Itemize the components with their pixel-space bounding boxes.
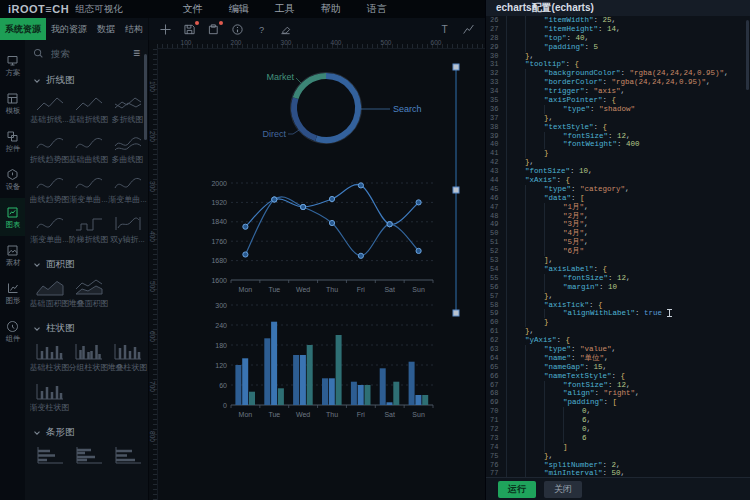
menu-item-3[interactable]: 帮助 xyxy=(321,2,341,16)
help-icon[interactable]: ? xyxy=(255,23,268,36)
library-scrollbar[interactable] xyxy=(144,54,147,140)
section-header-0[interactable]: 折线图 xyxy=(25,66,148,90)
library-item[interactable]: 折线趋势图 xyxy=(30,133,69,165)
bar-chart-widget[interactable]: 060120180240300MonTueWedThuFriSatSun xyxy=(215,302,433,419)
code-line-66[interactable]: 66"nameTextStyle": { xyxy=(486,372,750,381)
activity-item-template[interactable]: 模板 xyxy=(0,84,25,122)
code-line-36[interactable]: 36"type": "shadow" xyxy=(486,105,750,114)
code-line-73[interactable]: 736 xyxy=(486,434,750,443)
selection-handle[interactable] xyxy=(453,187,459,193)
library-item[interactable]: 堆叠面积图 xyxy=(69,277,108,309)
code-line-46[interactable]: 46"data": [ xyxy=(486,194,750,203)
code-line-69[interactable]: 69"padding": [ xyxy=(486,398,750,407)
code-line-44[interactable]: 44"xAxis": { xyxy=(486,176,750,185)
line-chart-widget[interactable]: 160016801760184019202000MonTueWedThuFriS… xyxy=(211,180,433,294)
canvas[interactable]: 100200300400500600 100200300400500600700… xyxy=(148,40,485,500)
code-line-26[interactable]: 26"itemWidth": 25, xyxy=(486,16,750,25)
code-line-39[interactable]: 39"fontSize": 12, xyxy=(486,132,750,141)
editor-scrollbar[interactable] xyxy=(746,20,749,90)
code-line-27[interactable]: 27"itemHeight": 14, xyxy=(486,25,750,34)
tab-0[interactable]: 系统资源 xyxy=(0,18,46,40)
library-item[interactable]: 阶梯折线图 xyxy=(69,213,108,245)
tab-2[interactable]: 数据 xyxy=(92,18,120,40)
tab-1[interactable]: 我的资源 xyxy=(46,18,92,40)
code-line-57[interactable]: 57}, xyxy=(486,292,750,301)
code-line-61[interactable]: 61}, xyxy=(486,327,750,336)
code-line-28[interactable]: 28"top": 40, xyxy=(486,34,750,43)
library-item[interactable]: 多折线图 xyxy=(108,93,147,125)
code-line-74[interactable]: 74] xyxy=(486,443,750,452)
code-line-47[interactable]: 47"1月", xyxy=(486,203,750,212)
library-item[interactable]: 双y轴折... xyxy=(108,213,147,245)
code-line-30[interactable]: 30}, xyxy=(486,52,750,61)
code-line-64[interactable]: 64"name": "单位", xyxy=(486,354,750,363)
library-item[interactable]: 多曲线图 xyxy=(108,133,147,165)
code-line-50[interactable]: 50"4月", xyxy=(486,229,750,238)
library-item[interactable]: 渐变单曲... xyxy=(69,173,108,205)
code-line-72[interactable]: 720, xyxy=(486,425,750,434)
activity-item-component[interactable]: 组件 xyxy=(0,312,25,350)
library-item[interactable]: 曲线趋势图 xyxy=(30,173,69,205)
section-header-2[interactable]: 柱状图 xyxy=(25,314,148,338)
code-line-35[interactable]: 35"axisPointer": { xyxy=(486,96,750,105)
code-line-55[interactable]: 55"fontSize": 12, xyxy=(486,274,750,283)
activity-item-device[interactable]: 设备 xyxy=(0,160,25,198)
code-line-32[interactable]: 32"backgroundColor": "rgba(24,24,24,0.95… xyxy=(486,69,750,78)
code-line-34[interactable]: 34"trigger": "axis", xyxy=(486,87,750,96)
menu-item-0[interactable]: 文件 xyxy=(183,2,203,16)
library-item[interactable]: 基础折线图 xyxy=(69,93,108,125)
code-line-63[interactable]: 63"type": "value", xyxy=(486,345,750,354)
clipboard-icon[interactable] xyxy=(207,23,220,36)
library-item[interactable] xyxy=(108,445,147,467)
code-line-65[interactable]: 65"nameGap": 15, xyxy=(486,363,750,372)
code-line-53[interactable]: 53], xyxy=(486,256,750,265)
menu-item-1[interactable]: 编辑 xyxy=(229,2,249,16)
code-line-60[interactable]: 60} xyxy=(486,318,750,327)
section-header-3[interactable]: 条形图 xyxy=(25,418,148,442)
run-button[interactable]: 运行 xyxy=(498,481,536,498)
plus-icon[interactable] xyxy=(159,23,172,36)
code-line-42[interactable]: 42}, xyxy=(486,158,750,167)
library-item[interactable] xyxy=(30,445,69,467)
code-line-71[interactable]: 716, xyxy=(486,416,750,425)
menu-item-4[interactable]: 语言 xyxy=(367,2,387,16)
code-line-56[interactable]: 56"margin": 10 xyxy=(486,283,750,292)
code-line-67[interactable]: 67"fontSize": 12, xyxy=(486,381,750,390)
info-icon[interactable] xyxy=(231,23,244,36)
library-item[interactable]: 堆叠柱状图 xyxy=(108,341,147,373)
code-line-41[interactable]: 41} xyxy=(486,149,750,158)
activity-item-material[interactable]: 素材 xyxy=(0,236,25,274)
library-item[interactable]: 分组柱状图 xyxy=(69,341,108,373)
code-line-52[interactable]: 52"6月" xyxy=(486,247,750,256)
section-header-1[interactable]: 面积图 xyxy=(25,250,148,274)
code-line-37[interactable]: 37}, xyxy=(486,114,750,123)
activity-item-widget[interactable]: 控件 xyxy=(0,122,25,160)
library-item[interactable]: 渐变单曲... xyxy=(30,213,69,245)
search-input[interactable] xyxy=(49,47,128,60)
menu-item-2[interactable]: 工具 xyxy=(275,2,295,16)
code-editor[interactable]: 26"itemWidth": 25,27"itemHeight": 14,28"… xyxy=(486,16,750,478)
clear-icon[interactable] xyxy=(279,23,292,36)
library-item[interactable]: 基础柱状图 xyxy=(30,341,69,373)
code-line-49[interactable]: 49"3月", xyxy=(486,220,750,229)
code-line-75[interactable]: 75}, xyxy=(486,452,750,461)
activity-item-monitor[interactable]: 方案 xyxy=(0,46,25,84)
library-item[interactable]: 渐变柱状图 xyxy=(30,381,69,413)
polyline-tool-icon[interactable] xyxy=(462,23,475,36)
library-item[interactable]: 基础面积图 xyxy=(30,277,69,309)
code-line-33[interactable]: 33"borderColor": "rgba(24,24,24,0.95)", xyxy=(486,78,750,87)
save-icon[interactable] xyxy=(183,23,196,36)
activity-item-shape[interactable]: 图形 xyxy=(0,274,25,312)
tab-3[interactable]: 结构 xyxy=(120,18,148,40)
code-line-62[interactable]: 62"yAxis": { xyxy=(486,336,750,345)
code-line-29[interactable]: 29"padding": 5 xyxy=(486,43,750,52)
selection-handle[interactable] xyxy=(453,64,459,70)
code-line-40[interactable]: 40"fontWeight": 400 xyxy=(486,140,750,149)
library-item[interactable] xyxy=(69,445,108,467)
menu-icon[interactable]: ≡ xyxy=(133,47,140,59)
pie-chart-widget[interactable]: SearchDirectMarket xyxy=(262,72,421,144)
code-line-45[interactable]: 45"type": "category", xyxy=(486,185,750,194)
code-line-54[interactable]: 54"axisLabel": { xyxy=(486,265,750,274)
code-line-58[interactable]: 58"axisTick": { xyxy=(486,301,750,310)
code-line-43[interactable]: 43"fontSize": 10, xyxy=(486,167,750,176)
